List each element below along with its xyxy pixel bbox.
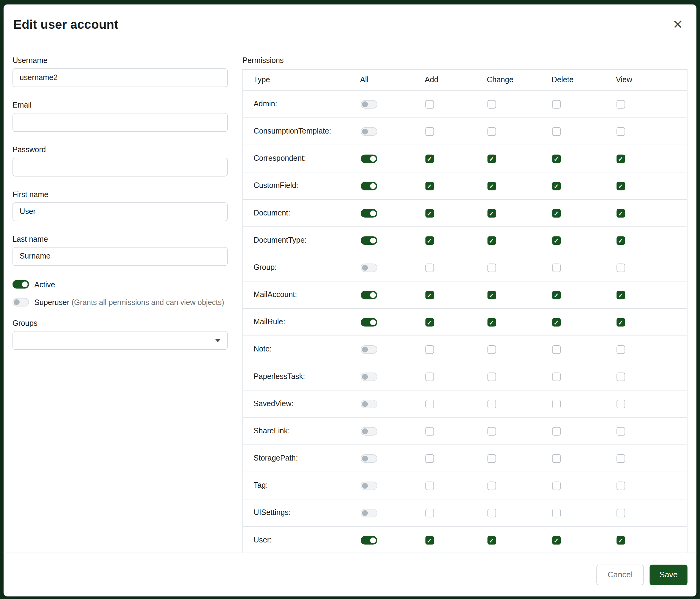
username-input[interactable] xyxy=(12,69,228,87)
permission-delete-checkbox[interactable]: ✓ xyxy=(552,236,560,245)
permission-delete-checkbox[interactable] xyxy=(552,263,560,272)
permission-change-checkbox[interactable] xyxy=(487,127,496,136)
cancel-button[interactable]: Cancel xyxy=(597,565,644,585)
permission-all-toggle[interactable] xyxy=(360,154,377,163)
password-input[interactable] xyxy=(12,158,228,176)
permission-all-toggle[interactable] xyxy=(360,400,377,408)
permission-add-checkbox[interactable]: ✓ xyxy=(425,318,434,327)
permission-change-checkbox[interactable]: ✓ xyxy=(487,182,496,190)
groups-select[interactable] xyxy=(12,331,228,350)
permission-view-checkbox[interactable]: ✓ xyxy=(616,536,625,545)
permission-delete-checkbox[interactable]: ✓ xyxy=(552,291,560,300)
permission-type-label: Admin: xyxy=(243,91,360,118)
permission-all-toggle[interactable] xyxy=(360,345,377,354)
permission-delete-checkbox[interactable] xyxy=(552,509,560,518)
permission-change-checkbox[interactable]: ✓ xyxy=(487,536,496,545)
permission-add-checkbox[interactable]: ✓ xyxy=(425,536,434,545)
permission-change-checkbox[interactable]: ✓ xyxy=(487,154,496,163)
permission-delete-checkbox[interactable]: ✓ xyxy=(552,154,560,163)
permission-add-checkbox[interactable]: ✓ xyxy=(425,154,434,163)
permission-add-checkbox[interactable] xyxy=(425,345,434,354)
permission-change-checkbox[interactable] xyxy=(487,263,496,272)
permission-all-toggle[interactable] xyxy=(360,536,377,545)
permission-delete-checkbox[interactable]: ✓ xyxy=(552,318,560,327)
permission-add-checkbox[interactable] xyxy=(425,373,434,381)
permission-change-checkbox[interactable] xyxy=(487,373,496,381)
permission-delete-checkbox[interactable] xyxy=(552,100,560,109)
permission-all-toggle[interactable] xyxy=(360,318,377,327)
permission-view-checkbox[interactable] xyxy=(616,263,625,272)
permission-view-checkbox[interactable]: ✓ xyxy=(616,154,625,163)
permission-delete-checkbox[interactable] xyxy=(552,127,560,136)
permission-delete-checkbox[interactable] xyxy=(552,427,560,435)
permission-change-checkbox[interactable] xyxy=(487,427,496,435)
permission-add-checkbox[interactable] xyxy=(425,427,434,435)
permission-add-checkbox[interactable] xyxy=(425,400,434,408)
permission-all-toggle[interactable] xyxy=(360,182,377,190)
permission-row: Tag: xyxy=(243,472,687,499)
active-toggle[interactable] xyxy=(12,280,29,289)
permission-view-checkbox[interactable] xyxy=(616,100,625,109)
permission-add-checkbox[interactable] xyxy=(425,509,434,518)
permission-delete-checkbox[interactable]: ✓ xyxy=(552,182,560,190)
permission-view-checkbox[interactable]: ✓ xyxy=(616,291,625,300)
permission-view-checkbox[interactable]: ✓ xyxy=(616,236,625,245)
permission-change-checkbox[interactable] xyxy=(487,454,496,463)
permission-view-checkbox[interactable] xyxy=(616,400,625,408)
last-name-input[interactable] xyxy=(12,247,228,266)
first-name-input[interactable] xyxy=(12,202,228,221)
permission-add-checkbox[interactable] xyxy=(425,454,434,463)
permission-add-checkbox[interactable]: ✓ xyxy=(425,236,434,245)
permission-view-checkbox[interactable]: ✓ xyxy=(616,318,625,327)
permission-view-checkbox[interactable]: ✓ xyxy=(616,209,625,218)
permission-change-checkbox[interactable]: ✓ xyxy=(487,318,496,327)
permission-change-checkbox[interactable]: ✓ xyxy=(487,291,496,300)
permission-all-toggle[interactable] xyxy=(360,263,377,272)
superuser-toggle[interactable] xyxy=(12,298,29,307)
toggle-knob xyxy=(362,456,368,461)
permission-view-checkbox[interactable] xyxy=(616,127,625,136)
permission-add-checkbox[interactable]: ✓ xyxy=(425,209,434,218)
permission-add-checkbox[interactable] xyxy=(425,482,434,490)
permission-delete-checkbox[interactable]: ✓ xyxy=(552,209,560,218)
permission-add-checkbox[interactable]: ✓ xyxy=(425,291,434,300)
permission-view-checkbox[interactable] xyxy=(616,454,625,463)
permission-view-checkbox[interactable] xyxy=(616,427,625,435)
permission-all-toggle[interactable] xyxy=(360,427,377,435)
permission-view-checkbox[interactable]: ✓ xyxy=(616,182,625,190)
email-input[interactable] xyxy=(12,113,228,132)
permission-change-checkbox[interactable] xyxy=(487,100,496,109)
permission-add-checkbox[interactable] xyxy=(425,263,434,272)
permission-change-checkbox[interactable]: ✓ xyxy=(487,236,496,245)
permission-view-checkbox[interactable] xyxy=(616,509,625,518)
close-icon[interactable]: ✕ xyxy=(669,17,686,33)
permission-all-toggle[interactable] xyxy=(360,454,377,463)
permission-delete-checkbox[interactable] xyxy=(552,345,560,354)
permission-change-checkbox[interactable] xyxy=(487,509,496,518)
permission-delete-checkbox[interactable] xyxy=(552,400,560,408)
permission-view-checkbox[interactable] xyxy=(616,345,625,354)
permission-add-checkbox[interactable] xyxy=(425,127,434,136)
permission-add-checkbox[interactable] xyxy=(425,100,434,109)
permission-all-toggle[interactable] xyxy=(360,100,377,109)
permission-all-toggle[interactable] xyxy=(360,291,377,300)
permission-all-toggle[interactable] xyxy=(360,209,377,218)
permission-all-toggle[interactable] xyxy=(360,482,377,490)
permission-change-checkbox[interactable] xyxy=(487,482,496,490)
permission-delete-checkbox[interactable]: ✓ xyxy=(552,536,560,545)
permission-all-toggle[interactable] xyxy=(360,236,377,245)
permission-change-checkbox[interactable] xyxy=(487,345,496,354)
permission-all-toggle[interactable] xyxy=(360,509,377,518)
permission-all-toggle[interactable] xyxy=(360,127,377,136)
permission-view-checkbox[interactable] xyxy=(616,373,625,381)
permission-all-toggle[interactable] xyxy=(360,373,377,381)
permission-delete-checkbox[interactable] xyxy=(552,373,560,381)
permission-delete-checkbox[interactable] xyxy=(552,482,560,490)
permission-change-checkbox[interactable]: ✓ xyxy=(487,209,496,218)
permission-view-checkbox[interactable] xyxy=(616,482,625,490)
save-button[interactable]: Save xyxy=(650,565,688,585)
permission-add-checkbox[interactable]: ✓ xyxy=(425,182,434,190)
groups-input[interactable] xyxy=(12,331,228,350)
permission-change-checkbox[interactable] xyxy=(487,400,496,408)
permission-delete-checkbox[interactable] xyxy=(552,454,560,463)
